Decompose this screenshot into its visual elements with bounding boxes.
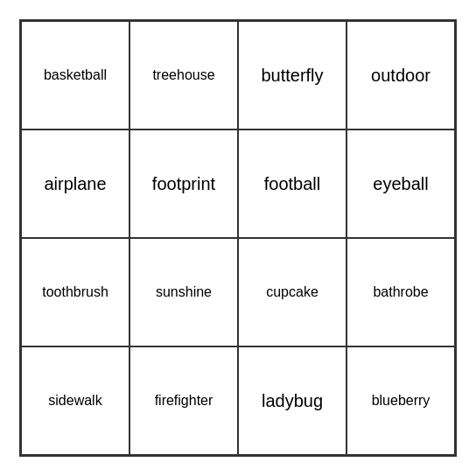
bingo-cell-13: firefighter [130, 346, 238, 455]
bingo-cell-4: airplane [21, 130, 130, 238]
cell-text-5: footprint [152, 173, 215, 194]
bingo-cell-9: sunshine [130, 238, 238, 346]
cell-text-0: basketball [44, 66, 107, 83]
cell-text-2: butterfly [261, 65, 323, 86]
cell-text-4: airplane [44, 173, 106, 194]
bingo-cell-12: sidewalk [21, 346, 130, 455]
cell-text-8: toothbrush [42, 284, 108, 300]
bingo-cell-5: footprint [130, 130, 238, 238]
cell-text-14: ladybug [262, 390, 323, 411]
bingo-cell-6: football [238, 130, 346, 238]
cell-text-9: sunshine [156, 284, 212, 300]
bingo-cell-0: basketball [21, 21, 130, 130]
bingo-cell-15: blueberry [346, 346, 455, 455]
cell-text-12: sidewalk [48, 392, 102, 409]
bingo-cell-2: butterfly [238, 21, 346, 130]
cell-text-7: eyeball [373, 173, 428, 194]
cell-text-11: bathrobe [373, 284, 428, 300]
bingo-cell-1: treehouse [130, 21, 238, 130]
cell-text-15: blueberry [372, 392, 430, 409]
bingo-grid: basketballtreehousebutterflyoutdoorairpl… [19, 19, 457, 457]
cell-text-1: treehouse [152, 66, 214, 83]
cell-text-13: firefighter [155, 392, 214, 409]
cell-text-6: football [264, 173, 321, 194]
cell-text-10: cupcake [266, 284, 318, 300]
bingo-cell-11: bathrobe [346, 238, 455, 346]
bingo-cell-3: outdoor [346, 21, 455, 130]
bingo-cell-8: toothbrush [21, 238, 130, 346]
bingo-cell-10: cupcake [238, 238, 346, 346]
bingo-cell-7: eyeball [346, 130, 455, 238]
bingo-cell-14: ladybug [238, 346, 346, 455]
cell-text-3: outdoor [371, 65, 430, 86]
